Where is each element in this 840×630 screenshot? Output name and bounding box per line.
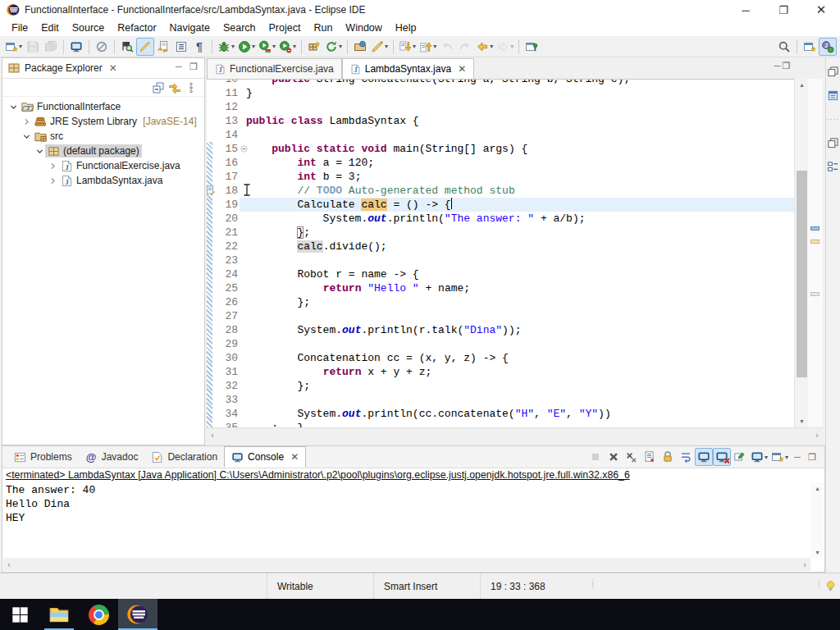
dropdown-arrow-icon[interactable]: ▾ [231,43,235,50]
editor-tab-functionalexercise-java[interactable]: JFunctionalExercise.java [207,58,342,79]
dropdown-arrow-icon[interactable]: ▾ [272,43,276,50]
overview-ruler[interactable] [808,79,823,441]
java-perspective-button[interactable]: J [819,38,837,56]
expanded-chevron-icon[interactable] [21,133,32,140]
close-icon[interactable]: ✕ [109,62,117,74]
menu-run[interactable]: Run [307,21,339,35]
editor-hscrollbar[interactable]: ‹ › [207,427,823,441]
pin-editor-button[interactable] [523,38,541,56]
console-view-tab-declaration[interactable]: Declaration [144,446,224,468]
collapsed-chevron-icon[interactable] [47,162,58,170]
minimize-editor-icon[interactable]: ─ [773,61,782,71]
update-project-button[interactable]: ▾ [323,38,344,56]
search-button[interactable] [775,38,793,56]
link-with-editor-button[interactable] [167,80,183,96]
view-menu-button[interactable] [183,80,199,96]
scroll-up-icon[interactable]: ▲ [810,482,824,495]
tree-item-src[interactable]: src [2,129,204,144]
menu-navigate[interactable]: Navigate [163,21,217,35]
new-java-project-button[interactable] [305,38,323,56]
menu-window[interactable]: Window [339,21,388,35]
open-perspective-button[interactable] [801,38,819,56]
menu-edit[interactable]: Edit [34,21,66,35]
open-link-button[interactable] [154,38,172,56]
minimize-button[interactable]: ─ [727,0,765,20]
scroll-down-icon[interactable]: ▼ [795,415,809,427]
drag-grip-button[interactable]: ···· [824,110,840,128]
task-marker-icon[interactable] [207,185,215,195]
lightbulb-icon[interactable] [824,580,837,592]
coverage-button[interactable]: ▾ [257,38,277,56]
console-view-tab-problems[interactable]: Problems [7,446,79,468]
show-whitespace-button[interactable]: ¶ [190,38,208,56]
minimize-view-icon[interactable]: ─ [171,62,186,72]
dropdown-arrow-icon[interactable]: ▾ [490,43,493,50]
open-type-button[interactable] [351,38,369,56]
tree-item-functionalinterface[interactable]: JFunctionalInterface [2,99,204,114]
dropdown-arrow-icon[interactable]: ▾ [19,43,22,50]
scroll-left-icon[interactable]: ‹ [3,558,15,571]
editor-tab-lambdasyntax-java[interactable]: JLambdaSyntax.java ✕ [342,58,474,79]
new-wizard-button[interactable]: ▾ [3,38,24,56]
dropdown-arrow-icon[interactable]: ▾ [433,43,436,50]
dropdown-arrow-icon[interactable]: ▾ [413,43,416,50]
close-icon[interactable]: ✕ [290,451,299,463]
last-edit-location-button[interactable] [438,38,456,56]
maximize-button[interactable]: ❐ [765,0,802,20]
tree-item-lambdasyntax-java[interactable]: JLambdaSyntax.java [2,173,204,188]
search-torch-button[interactable]: ▾ [369,38,390,56]
skip-all-breakpoints-button[interactable] [93,38,111,56]
tree-item-jre-system-library[interactable]: JRE System Library [JavaSE-14] [2,114,204,129]
scroll-right-icon[interactable]: › [799,558,810,571]
scroll-right-icon[interactable]: › [811,428,823,441]
task-marker[interactable] [810,240,819,244]
collapsed-chevron-icon[interactable] [47,177,58,185]
profile-button[interactable]: ▾ [277,38,298,56]
maximize-view-icon[interactable]: ❐ [186,62,201,72]
close-button[interactable]: ✕ [802,0,840,20]
collapse-all-button[interactable] [150,80,167,96]
menu-project[interactable]: Project [262,21,308,35]
show-outline-button[interactable] [172,38,190,56]
scrollbar-thumb[interactable] [797,171,807,377]
terminate-button[interactable] [587,448,605,466]
console-vscrollbar[interactable]: ▲ ▼ [810,482,824,559]
java-search-button[interactable] [118,38,136,56]
task-list-view-button[interactable] [824,158,840,176]
close-icon[interactable]: ✕ [458,63,466,75]
back-button[interactable]: ▾ [474,38,495,56]
restore-views-button[interactable] [824,134,840,152]
taskbar-chrome-button[interactable] [79,599,118,630]
editor-vscrollbar[interactable]: ▲ ▼ [794,79,808,427]
next-annotation-button[interactable]: ▾ [397,38,418,56]
taskbar-file-explorer-button[interactable] [39,599,79,630]
show-stderr-button[interactable] [713,448,731,466]
next-edit-location-button[interactable] [456,38,474,56]
scroll-down-icon[interactable]: ▼ [810,546,824,559]
previous-annotation-button[interactable]: ▾ [418,38,438,56]
menu-refactor[interactable]: Refactor [111,21,162,35]
expanded-chevron-icon[interactable] [34,148,45,155]
menu-source[interactable]: Source [66,21,112,35]
scroll-left-icon[interactable]: ‹ [207,428,218,441]
collapsed-chevron-icon[interactable] [21,118,32,126]
dropdown-arrow-icon[interactable]: ▾ [510,43,514,50]
dropdown-arrow-icon[interactable]: ▾ [252,43,255,50]
scroll-up-icon[interactable]: ▲ [795,79,809,91]
package-explorer-header[interactable]: Package Explorer ✕ ─ ❐ [2,58,204,79]
console-hscrollbar[interactable]: ‹ › [3,558,810,571]
mark-occurrences-button[interactable] [136,38,154,56]
tree-item-default-package[interactable]: (default package) [2,144,204,158]
taskbar-eclipse-button[interactable] [118,599,158,630]
menu-help[interactable]: Help [389,21,423,35]
console-status-line[interactable]: <terminated> LambdaSyntax [Java Applicat… [2,468,824,482]
annotation-marker[interactable] [810,292,819,296]
taskbar-start-button[interactable] [0,599,39,630]
dropdown-arrow-icon[interactable]: ▾ [385,43,388,50]
save-all-button[interactable] [42,38,60,56]
occurrence-marker[interactable] [810,226,819,231]
menu-search[interactable]: Search [217,21,262,35]
restore-views-button[interactable] [824,62,840,80]
dropdown-arrow-icon[interactable]: ▾ [339,43,342,50]
save-button[interactable] [24,38,42,56]
